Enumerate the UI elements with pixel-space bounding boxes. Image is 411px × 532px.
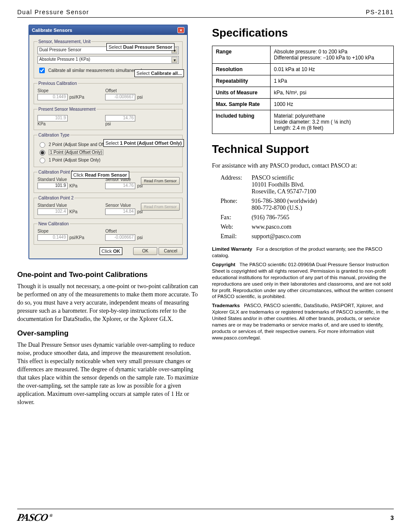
header-right: PS-2181 — [366, 9, 394, 16]
callout-calibrate-all: Select Calibrate all... — [134, 69, 184, 77]
group-caltype-label: Calibration Type — [37, 133, 70, 137]
callout-read-sensor: Click Read From Sensor — [71, 171, 129, 179]
calibrate-all-label: Calibrate all similar measurements simul… — [48, 68, 145, 73]
section-onepoint-heading: One-point and Two-point Calibrations — [17, 271, 199, 279]
pasco-logo: PASCO® — [16, 512, 53, 523]
section-oversampling-heading: Over-sampling — [17, 329, 199, 338]
page-header: Dual Pressure Sensor PS-2181 — [17, 9, 394, 18]
cp1-standard-input[interactable]: 101.9 — [37, 183, 68, 189]
table-row: Included tubingMaterial: polyurethane In… — [212, 110, 394, 134]
close-icon[interactable]: × — [177, 27, 184, 33]
table-row: Max. Sample Rate1000 Hz — [212, 99, 394, 110]
group-present-label: Present Sensor Measurement — [37, 107, 97, 112]
table-row: Units of MeasurekPa, N/m², psi — [212, 87, 394, 99]
radio-2point[interactable] — [40, 142, 45, 148]
measurement-dropdown[interactable]: Absolute Pressure 1 (KPa) ▾ — [37, 56, 179, 64]
header-left: Dual Pressure Sensor — [17, 9, 89, 16]
table-row: RangeAbsolute pressure: 0 to 200 kPa Dif… — [212, 46, 394, 64]
callout-select-sensor: Select Dual Pressure Sensor — [106, 43, 174, 51]
fine-warranty: Limited Warranty For a description of th… — [212, 246, 394, 259]
section-onepoint-body: Though it is usually not necessary, a on… — [17, 283, 199, 323]
group-newcal-label: New Calibration — [37, 221, 70, 226]
callout-1point: Select 1 Point (Adjust Offset Only) — [103, 139, 184, 147]
cancel-button[interactable]: Cancel — [159, 247, 183, 255]
group-cp1-label: Calibration Point 1 — [37, 170, 75, 174]
callout-ok: Click OK — [100, 247, 122, 255]
radio-1point-slope[interactable] — [40, 158, 45, 163]
radio-1point-offset[interactable] — [40, 150, 45, 156]
table-row: Resolution0.01 kPa at 10 Hz — [212, 64, 394, 75]
calibrate-sensors-dialog: Calibrate Sensors × Sensor, Measurement,… — [28, 25, 188, 259]
page-number: 3 — [390, 514, 394, 521]
calibrate-all-checkbox[interactable] — [39, 68, 45, 73]
group-sensor-label: Sensor, Measurement, Unit — [37, 39, 91, 44]
page-footer: PASCO® 3 — [17, 509, 394, 523]
read-sensor-button-1[interactable]: Read From Sensor — [141, 177, 180, 185]
tech-support-intro: For assistance with any PASCO product, c… — [212, 162, 394, 170]
fine-trademarks: Trademarks PASCO, PASCO scientific, Data… — [212, 302, 394, 341]
group-previous-label: Previous Calibration — [37, 81, 78, 86]
contact-block: Address:PASCO scientific 10101 Foothills… — [221, 174, 394, 240]
fine-copyright: Copyright The PASCO scientific 012-09969… — [212, 261, 394, 300]
tech-support-heading: Technical Support — [212, 143, 394, 156]
chevron-down-icon: ▾ — [171, 57, 177, 63]
specifications-heading: Specifications — [212, 26, 394, 40]
specifications-table: RangeAbsolute pressure: 0 to 200 kPa Dif… — [212, 46, 394, 134]
read-sensor-button-2: Read From Sensor — [141, 203, 180, 211]
dialog-title: Calibrate Sensors — [32, 28, 72, 33]
ok-button[interactable]: OK — [133, 247, 157, 255]
section-oversampling-body: The Dual Pressure Sensor uses dynamic va… — [17, 341, 199, 406]
group-cp2-label: Calibration Point 2 — [37, 196, 75, 200]
table-row: Repeatability1 kPa — [212, 75, 394, 87]
